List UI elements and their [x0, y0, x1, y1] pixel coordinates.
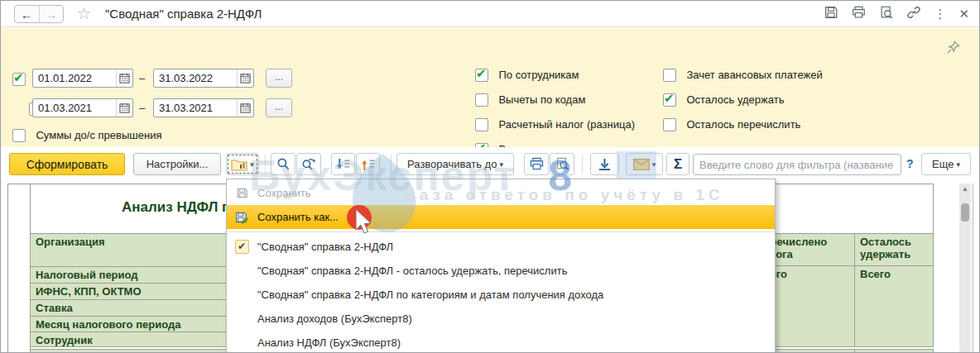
chevron-down-icon: ▾: [250, 160, 254, 169]
menu-item-variant-ostalos[interactable]: "Сводная" справка 2-НДФЛ - осталось удер…: [227, 259, 775, 283]
expand-to-button[interactable]: Разворачивать до ▾: [396, 153, 514, 175]
save-as-icon: [233, 211, 250, 224]
range-dash: –: [139, 72, 145, 84]
generate-button[interactable]: Сформировать: [9, 153, 125, 175]
menu-item-save-as[interactable]: Сохранить как...: [227, 205, 775, 229]
back-button[interactable]: ←: [15, 6, 39, 22]
preview-icon[interactable]: [879, 5, 894, 23]
expand-rows-button[interactable]: [356, 153, 380, 175]
menu-item-label: Сохранить как...: [257, 211, 339, 223]
period1-from-field[interactable]: [32, 69, 133, 88]
period2-to-input[interactable]: [154, 102, 237, 114]
calendar-icon[interactable]: [237, 69, 253, 87]
report-title: Анализ НДФЛ по: [122, 201, 239, 213]
scroll-up-arrow[interactable]: ▲: [959, 185, 971, 193]
menu-item-variant-svodnaya[interactable]: ✔ "Сводная" справка 2-НДФЛ: [227, 235, 775, 259]
menu-item-label: "Сводная" справка 2-НДФЛ: [257, 241, 393, 253]
menu-item-save[interactable]: Сохранить: [227, 181, 775, 205]
save-icon[interactable]: [824, 5, 838, 23]
checkbox-box[interactable]: [475, 93, 488, 107]
search-button[interactable]: [271, 153, 295, 175]
pin-panel-icon[interactable]: [945, 40, 961, 59]
filter-panel: ✔ – ... – ... Суммы до/с превышения: [1, 28, 979, 147]
checkbox-box[interactable]: ✔: [663, 93, 676, 107]
checkbox-box[interactable]: [663, 118, 676, 131]
checkbox-left-to-withhold[interactable]: ✔ Осталось удержать: [663, 92, 784, 107]
period2-more-button[interactable]: ...: [266, 98, 292, 117]
selected-variant-check-icon: ✔: [233, 240, 250, 254]
check-icon: ✔: [13, 70, 24, 85]
titlebar-actions: ⋮ ✕: [824, 1, 969, 27]
checkbox-box[interactable]: ✔: [475, 69, 488, 82]
menu-item-variant-income-analysis[interactable]: Анализ доходов (БухЭксперт8): [227, 307, 775, 331]
vertical-scrollbar[interactable]: ▲: [959, 184, 971, 353]
send-email-button[interactable]: ▾: [626, 153, 663, 175]
spreadsheet-margin-column[interactable]: [7, 184, 31, 353]
page-title: "Сводная" справка 2-НДФЛ: [105, 7, 262, 21]
column-subheader-total[interactable]: Всего: [854, 265, 934, 347]
range-dash: –: [139, 102, 145, 114]
favorite-star-icon[interactable]: ☆: [77, 4, 91, 23]
settings-button[interactable]: Настройки...: [133, 153, 221, 175]
cell-partial[interactable]: [854, 349, 934, 353]
download-icon: [598, 158, 612, 171]
email-icon: [633, 159, 650, 170]
calendar-icon[interactable]: [237, 99, 253, 117]
menu-item-label: Сохранить: [257, 187, 311, 199]
menu-item-variant-ndfl-analysis[interactable]: Анализ НДФЛ (БухЭксперт8): [227, 331, 775, 353]
checkbox-box[interactable]: [475, 118, 488, 131]
scrollbar-thumb[interactable]: [961, 203, 969, 222]
checkbox-box[interactable]: [663, 69, 676, 82]
more-actions-label: Еще: [932, 158, 954, 170]
print-preview-button[interactable]: [550, 153, 574, 175]
checkbox-sums-threshold[interactable]: Суммы до/с превышения: [12, 127, 161, 142]
period1-to-input[interactable]: [154, 72, 237, 84]
expand-to-label: Разворачивать до: [407, 158, 497, 170]
save-icon: [233, 187, 250, 199]
chevron-down-icon: ▾: [956, 160, 960, 169]
report-toolbar: Сформировать Настройки... ▾ Разворачиват…: [1, 147, 979, 181]
menu-item-label: "Сводная" справка 2-НДФЛ по категориям и…: [257, 289, 603, 301]
print-icon[interactable]: [851, 5, 867, 23]
checkbox-by-employees[interactable]: ✔ По сотрудникам: [475, 67, 579, 82]
chevron-down-icon: ▾: [652, 160, 656, 169]
checkbox-label: Зачет авансовых платежей: [686, 69, 822, 81]
forward-icon: →: [45, 7, 57, 21]
search-icon: [276, 157, 291, 171]
checkbox-estimated-tax[interactable]: Расчетный налог (разница): [475, 117, 635, 131]
calendar-icon[interactable]: [116, 99, 132, 117]
link-icon[interactable]: [906, 5, 921, 23]
more-actions-button[interactable]: Еще ▾: [921, 153, 971, 175]
period1-to-field[interactable]: [153, 69, 254, 88]
print-icon: [529, 157, 545, 171]
search-next-button[interactable]: [296, 153, 321, 175]
column-header-left-withhold[interactable]: Осталось удержать: [854, 233, 934, 266]
calendar-icon[interactable]: [116, 69, 132, 87]
forward-button[interactable]: →: [39, 6, 64, 22]
period2-from-field[interactable]: [32, 98, 133, 117]
period1-from-input[interactable]: [33, 72, 116, 84]
print-preview-icon: [555, 157, 569, 171]
checkbox-deductions-by-codes[interactable]: Вычеты по кодам: [475, 92, 585, 107]
quick-filter-input[interactable]: [693, 154, 901, 175]
report-variants-button[interactable]: ▾: [226, 153, 259, 175]
menu-item-variant-categories[interactable]: "Сводная" справка 2-НДФЛ по категориям и…: [227, 283, 775, 307]
app-window: ← → ☆ "Сводная" справка 2-НДФЛ ⋮ ✕ ✔: [0, 0, 980, 353]
checkbox-left-to-transfer[interactable]: Осталось перечислить: [663, 117, 800, 131]
checkbox-box[interactable]: [12, 129, 26, 142]
checkbox-label: Расчетный налог (разница): [498, 118, 635, 131]
print-button[interactable]: [524, 153, 549, 175]
checkbox-advance-offset[interactable]: Зачет авансовых платежей: [663, 67, 823, 82]
close-icon[interactable]: ✕: [958, 7, 969, 21]
help-link[interactable]: ?: [906, 157, 914, 170]
period1-checkbox[interactable]: ✔: [12, 73, 26, 86]
period2-from-input[interactable]: [33, 102, 116, 114]
collapse-icon: [336, 158, 351, 171]
period2-to-field[interactable]: [153, 98, 254, 117]
period1-more-button[interactable]: ...: [266, 69, 292, 88]
save-file-button[interactable]: [590, 153, 619, 175]
more-menu-icon[interactable]: ⋮: [934, 7, 946, 21]
sum-button[interactable]: Σ: [666, 153, 689, 175]
collapse-rows-button[interactable]: [331, 153, 355, 175]
menu-item-label: Анализ доходов (БухЭксперт8): [257, 312, 412, 325]
